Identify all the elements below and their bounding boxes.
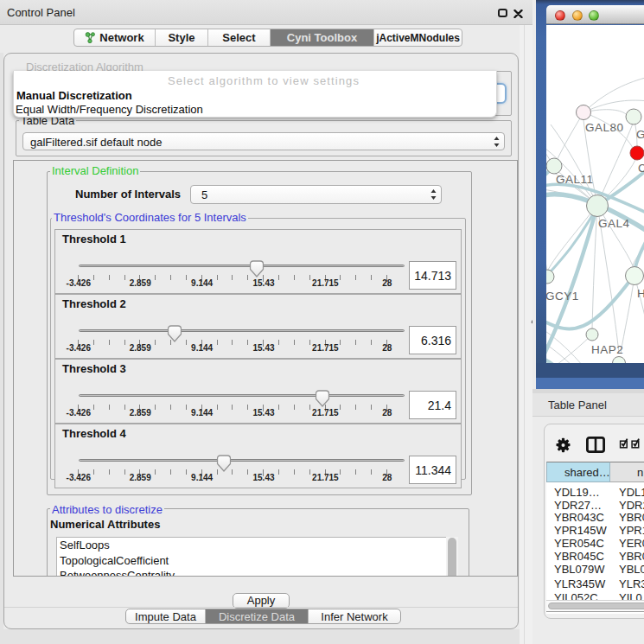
svg-text:H: H [637,287,644,300]
svg-text:GAL4: GAL4 [598,217,630,230]
svg-text:GA: GA [636,128,644,141]
svg-text:C: C [638,162,644,175]
svg-text:HAP2: HAP2 [591,343,623,356]
svg-text:GCY1: GCY1 [546,290,579,303]
svg-text:GAL11: GAL11 [556,173,594,186]
svg-text:GAL80: GAL80 [585,121,624,134]
